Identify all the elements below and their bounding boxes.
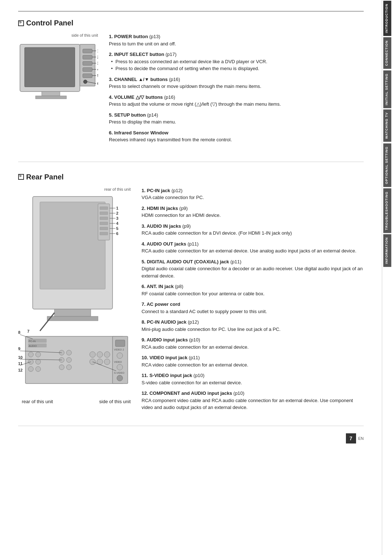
tab-troubleshooting[interactable]: TROUBLESHOOTING [383, 189, 391, 233]
control-panel-diagram: 1 2 3 4 5 6 [18, 39, 98, 115]
svg-text:2: 2 [116, 211, 118, 215]
rear-panel-item-10: 10. VIDEO input jack (p11) RCA video cab… [142, 354, 364, 368]
tab-watching-tv[interactable]: WATCHING TV [383, 109, 391, 142]
svg-text:12: 12 [18, 368, 23, 372]
item-label-5: SETUP button [114, 112, 146, 118]
rear-bottom-label-left: rear of this unit [22, 399, 53, 404]
svg-text:7: 7 [27, 329, 29, 333]
svg-rect-3 [36, 96, 66, 99]
svg-point-62 [66, 357, 72, 362]
svg-point-57 [28, 366, 33, 372]
svg-point-58 [36, 366, 41, 372]
svg-point-64 [66, 365, 72, 370]
svg-text:6: 6 [116, 231, 118, 236]
rear-panel-item-7: 7. AC power cord Connect to a standard A… [142, 301, 364, 315]
svg-rect-31 [100, 232, 108, 235]
svg-point-63 [59, 365, 64, 370]
svg-point-67 [104, 352, 110, 357]
item-num-2: 2. [109, 52, 114, 57]
rear-panel-desc-list: 1. PC-IN jack (p12) VGA cable connection… [142, 187, 364, 415]
control-panel-item-4: 4. VOLUME △/▽ buttons (p16) Press to adj… [109, 94, 364, 108]
svg-text:11: 11 [18, 361, 23, 366]
rear-panel-section: Rear Panel rear of this unit [18, 173, 364, 415]
svg-rect-28 [100, 217, 108, 220]
page-number: 7 [346, 433, 356, 443]
svg-text:PC-IN: PC-IN [29, 340, 36, 343]
top-divider [18, 11, 364, 12]
svg-point-54 [36, 352, 41, 357]
tab-connection[interactable]: CONNECTION [383, 37, 391, 69]
svg-rect-9 [83, 74, 92, 78]
svg-text:1: 1 [116, 206, 118, 210]
rear-section-icon [18, 174, 24, 180]
svg-point-70 [104, 359, 110, 365]
rear-bottom-labels: rear of this unit side of this unit [18, 399, 134, 404]
rear-panel-title: Rear Panel [26, 173, 64, 181]
control-panel-item-2: 2. INPUT SELECT button (p17) Press to ac… [109, 51, 364, 72]
svg-text:10: 10 [18, 355, 23, 360]
svg-text:3: 3 [116, 216, 118, 220]
item-label-6: Infrared Sensor Window [114, 130, 168, 135]
svg-rect-6 [83, 55, 92, 59]
control-panel-desc-list: 1. POWER button (p13) Press to turn the … [109, 33, 364, 147]
svg-text:6: 6 [97, 81, 98, 86]
svg-point-60 [66, 350, 72, 355]
rear-panel-item-3: 3. AUDIO IN jacks (p9) RCA audio cable c… [142, 223, 364, 237]
item-label-1: POWER button [114, 34, 148, 39]
section-divider [18, 162, 364, 162]
rear-panel-item-2: 2. HDMI IN jacks (p9) HDMI connection fo… [142, 205, 364, 219]
svg-rect-24 [40, 202, 105, 289]
svg-text:5: 5 [116, 226, 118, 231]
svg-point-56 [36, 359, 41, 364]
control-panel-item-1: 1. POWER button (p13) Press to turn the … [109, 33, 364, 47]
control-panel-diagram-area: side of this unit [18, 33, 98, 116]
svg-point-74 [117, 353, 123, 358]
control-panel-item-6: 6. Infrared Sensor Window Receives infra… [109, 129, 364, 143]
svg-rect-72 [115, 340, 125, 347]
tab-information[interactable]: INFORMATION [383, 234, 391, 267]
rear-panel-item-8: 8. PC-IN AUDIO jack (p12) Mini-plug audi… [142, 319, 364, 333]
control-panel-heading: Control Panel [18, 19, 364, 27]
rear-panel-heading: Rear Panel [18, 173, 364, 181]
rear-panel-item-1: 1. PC-IN jack (p12) VGA cable connection… [142, 187, 364, 201]
svg-rect-26 [100, 207, 108, 210]
side-navigation: INTRODUCTION CONNECTION INITIAL SETTING … [382, 0, 392, 555]
page-locale: EN [358, 436, 364, 441]
tab-optional-setting[interactable]: OPTIONAL SETTING [383, 143, 391, 187]
control-panel-item-3: 3. CHANNEL ▲/▼ buttons (p16) Press to se… [109, 76, 364, 90]
control-panel-title: Control Panel [26, 19, 73, 27]
svg-line-46 [40, 313, 54, 331]
rear-panel-item-6: 6. ANT. IN jack (p8) RF coaxial cable co… [142, 283, 364, 297]
svg-text:5: 5 [97, 73, 98, 78]
svg-rect-2 [42, 92, 60, 96]
svg-rect-29 [100, 222, 108, 225]
rear-panel-item-5: 5. DIGITAL AUDIO OUT (COAXIAL) jack (p11… [142, 258, 364, 280]
control-panel-section: Control Panel side of this unit [18, 19, 364, 147]
svg-point-76 [117, 364, 123, 370]
svg-rect-44 [54, 309, 91, 316]
rear-panel-item-9: 9. AUDIO input jacks (p10) RCA audio cab… [142, 336, 364, 351]
svg-text:4: 4 [116, 221, 119, 226]
svg-text:9: 9 [18, 347, 20, 351]
rear-bottom-label-right: side of this unit [99, 399, 131, 404]
item-num-1: 1. [109, 34, 114, 39]
item-num-6: 6. [109, 130, 114, 135]
svg-rect-27 [100, 212, 108, 215]
item-num-5: 5. [109, 112, 114, 118]
svg-point-65 [90, 352, 95, 357]
tab-introduction[interactable]: INTRODUCTION [383, 1, 391, 36]
svg-point-53 [28, 352, 33, 357]
svg-rect-45 [47, 316, 98, 321]
svg-rect-7 [83, 61, 92, 65]
rear-panel-item-12: 12. COMPONENT and AUDIO input jacks (p10… [142, 390, 364, 411]
rear-diagram-label-top: rear of this unit [18, 187, 131, 191]
svg-rect-1 [25, 48, 75, 87]
rear-panel-item-4: 4. AUDIO OUT jacks (p11) RCA audio cable… [142, 240, 364, 255]
rear-panel-diagram-area: rear of this unit [18, 187, 134, 404]
section-icon [18, 20, 24, 26]
svg-text:VIDEO 2: VIDEO 2 [114, 348, 124, 351]
svg-point-66 [97, 352, 103, 357]
tab-initial-setting[interactable]: INITIAL SETTING [383, 70, 391, 108]
svg-text:3: 3 [97, 61, 98, 65]
control-panel-item-5: 5. SETUP button (p14) Press to display t… [109, 112, 364, 126]
